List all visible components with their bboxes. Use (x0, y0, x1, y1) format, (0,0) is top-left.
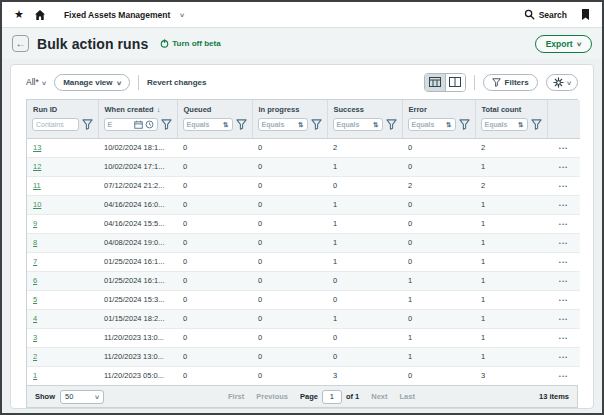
column-view-button[interactable] (445, 74, 465, 91)
run-id-link[interactable]: 4 (33, 314, 37, 323)
favorite-star-icon[interactable]: ★ (14, 9, 24, 20)
row-actions-button[interactable]: ••• (559, 278, 568, 284)
last-page-button[interactable]: Last (400, 392, 415, 401)
success-cell: 1 (327, 309, 402, 328)
toolbar-divider (138, 75, 139, 90)
filter-funnel-icon[interactable] (531, 119, 542, 130)
date-filter-text: E (108, 121, 113, 128)
total-count-cell: 1 (475, 214, 547, 233)
bookmark-icon[interactable] (581, 9, 590, 20)
row-actions-button[interactable]: ••• (559, 316, 568, 322)
first-page-button[interactable]: First (228, 392, 244, 401)
run-id-link[interactable]: 9 (33, 219, 37, 228)
total-count-cell: 3 (475, 366, 547, 385)
home-icon[interactable] (34, 9, 46, 21)
col-header-in-progress[interactable]: In progress (252, 100, 327, 116)
total-count-cell: 1 (475, 233, 547, 252)
app-window: ★ Fixed Assets Management ∨ Search ← Bul… (0, 0, 604, 415)
select-value: Equals (187, 121, 210, 128)
table-row: 2 11/20/2023 13:0... 0 0 0 1 1 ••• (27, 347, 580, 366)
items-count: 13 items (539, 392, 569, 401)
turn-off-beta-label: Turn off beta (172, 39, 220, 48)
row-actions-button[interactable]: ••• (559, 183, 568, 189)
total-count-filter-select[interactable]: Equals⇅ (481, 118, 528, 131)
table-footer: Show 50 ∨ First Previous Page of 1 Next … (26, 386, 578, 408)
calendar-icon[interactable] (134, 120, 143, 129)
run-id-link[interactable]: 3 (33, 333, 37, 342)
when-created-cell: 11/20/2023 13:0... (98, 328, 177, 347)
previous-page-button[interactable]: Previous (256, 392, 288, 401)
col-header-success[interactable]: Success (327, 100, 402, 116)
filters-button[interactable]: Filters (483, 74, 538, 91)
run-id-filter-input[interactable] (36, 121, 75, 128)
table-toolbar: All* ∨ Manage view ∨ Revert changes (11, 65, 593, 99)
total-count-cell: 1 (475, 290, 547, 309)
run-id-link[interactable]: 6 (33, 276, 37, 285)
run-id-link[interactable]: 12 (33, 162, 41, 171)
row-actions-button[interactable]: ••• (559, 240, 568, 246)
col-header-queued[interactable]: Queued (177, 100, 252, 116)
search-button[interactable]: Search (524, 9, 567, 20)
col-header-total-count[interactable]: Total count (475, 100, 547, 116)
col-header-when-created[interactable]: When created↓ (98, 100, 177, 116)
col-header-run-id[interactable]: Run ID (27, 100, 98, 116)
filter-funnel-icon[interactable] (82, 119, 93, 130)
row-actions-button[interactable]: ••• (559, 164, 568, 170)
filter-funnel-icon[interactable] (161, 119, 172, 130)
queued-cell: 0 (177, 157, 252, 176)
run-id-link[interactable]: 7 (33, 257, 37, 266)
filter-funnel-icon[interactable] (311, 119, 322, 130)
select-value: Equals (485, 121, 508, 128)
row-actions-button[interactable]: ••• (559, 202, 568, 208)
error-filter-select[interactable]: Equals⇅ (408, 118, 456, 131)
when-created-filter-input[interactable]: E (104, 118, 158, 131)
filter-funnel-icon[interactable] (459, 119, 470, 130)
table-row: 5 01/25/2024 15:3... 0 0 0 1 1 ••• (27, 290, 580, 309)
table-view-button[interactable] (425, 74, 445, 91)
run-id-link[interactable]: 2 (33, 352, 37, 361)
row-actions-button[interactable]: ••• (559, 373, 568, 379)
sort-desc-icon[interactable]: ↓ (157, 105, 161, 114)
turn-off-beta-toggle[interactable]: Turn off beta (160, 39, 220, 48)
page-size-value: 50 (65, 392, 73, 401)
run-id-link[interactable]: 8 (33, 238, 37, 247)
settings-button[interactable]: ∨ (546, 74, 578, 91)
manage-view-button[interactable]: Manage view ∨ (54, 74, 130, 91)
page-size-select[interactable]: 50 ∨ (60, 390, 104, 404)
success-filter-select[interactable]: Equals⇅ (333, 118, 383, 131)
view-selector-dropdown[interactable]: All* ∨ (26, 77, 46, 87)
filters-label: Filters (505, 78, 529, 87)
clock-icon[interactable] (145, 120, 154, 129)
filter-funnel-icon[interactable] (386, 119, 397, 130)
export-button[interactable]: Export ∨ (535, 35, 592, 53)
pagination: First Previous Page of 1 Next Last (104, 390, 539, 404)
row-actions-button[interactable]: ••• (559, 221, 568, 227)
error-cell: 0 (402, 252, 475, 271)
total-count-cell: 1 (475, 252, 547, 271)
run-id-link[interactable]: 11 (33, 181, 41, 190)
page-number-input[interactable] (322, 390, 342, 404)
run-id-link[interactable]: 5 (33, 295, 37, 304)
when-created-cell: 11/20/2023 05:0... (98, 366, 177, 385)
run-id-link[interactable]: 1 (33, 371, 37, 380)
when-created-cell: 04/16/2024 15:5... (98, 214, 177, 233)
run-id-link[interactable]: 13 (33, 143, 41, 152)
row-actions-button[interactable]: ••• (559, 259, 568, 265)
row-actions-button[interactable]: ••• (559, 297, 568, 303)
row-actions-button[interactable]: ••• (559, 145, 568, 151)
filter-funnel-icon[interactable] (236, 119, 247, 130)
in-progress-filter-select[interactable]: Equals⇅ (258, 118, 308, 131)
row-actions-button[interactable]: ••• (559, 354, 568, 360)
success-cell: 3 (327, 366, 402, 385)
queued-filter-select[interactable]: Equals⇅ (183, 118, 233, 131)
back-button[interactable]: ← (12, 35, 29, 52)
revert-changes-link[interactable]: Revert changes (147, 78, 207, 87)
col-header-error[interactable]: Error (402, 100, 475, 116)
run-id-link[interactable]: 10 (33, 200, 41, 209)
app-switcher[interactable]: Fixed Assets Management (64, 10, 170, 20)
row-actions-button[interactable]: ••• (559, 335, 568, 341)
in-progress-cell: 0 (252, 290, 327, 309)
chevron-down-icon[interactable]: ∨ (179, 11, 185, 18)
queued-cell: 0 (177, 290, 252, 309)
next-page-button[interactable]: Next (371, 392, 387, 401)
